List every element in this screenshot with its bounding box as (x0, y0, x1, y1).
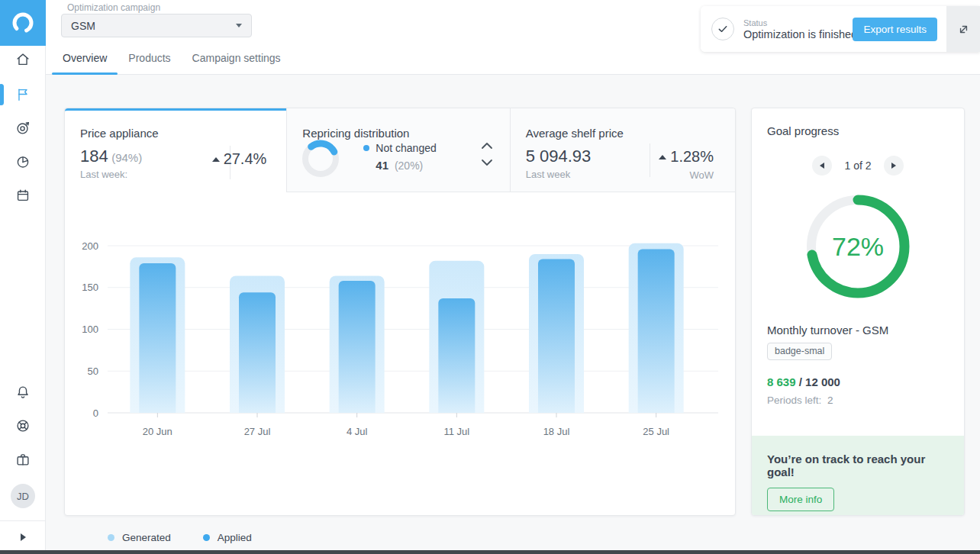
campaign-select-label: Optimization campaign (67, 2, 160, 13)
goal-periods: Periods left: 2 (752, 395, 964, 406)
chevron-up-icon[interactable] (481, 142, 493, 150)
goal-badge: badge-smal (767, 343, 832, 360)
stat-title: Repricing distribution (302, 127, 494, 140)
stat-tab-price-appliance[interactable]: Price appliance 184 (94%) Last week: 27.… (65, 108, 286, 192)
status-panel: Status Optimization is finished! Export … (701, 6, 980, 52)
sidebar-item-campaigns[interactable] (0, 79, 46, 110)
legend-label: Applied (218, 532, 252, 543)
tab-products[interactable]: Products (118, 44, 181, 74)
flag-icon (15, 86, 31, 103)
user-avatar[interactable]: JD (11, 484, 35, 508)
sidebar-item-help[interactable] (0, 411, 46, 441)
svg-text:150: 150 (82, 282, 98, 293)
goal-progress-card: Goal progress 1 of 2 72% Monthly turnove… (751, 108, 965, 516)
pagination-text: 1 of 2 (844, 159, 871, 172)
stat-delta-value: 27.4% (224, 150, 267, 168)
goal-periods-value: 2 (827, 395, 833, 406)
status-message: Optimization is finished! (743, 28, 853, 40)
stat-title: Price appliance (80, 127, 271, 140)
expand-diagonal-icon (956, 22, 971, 37)
legend-percent: (20%) (395, 159, 423, 172)
repricing-legend: Not changed 41 (20%) (363, 142, 478, 172)
goal-target-value: 12 000 (805, 375, 840, 388)
svg-text:100: 100 (82, 324, 98, 335)
bar-chart-svg: 05010015020020 Jun27 Jul4 Jul11 Jul18 Ju… (65, 192, 735, 520)
tab-overview[interactable]: Overview (52, 44, 118, 74)
legend-entry: Not changed (363, 142, 478, 154)
svg-text:4 Jul: 4 Jul (347, 426, 368, 437)
stat-delta: 27.4% (212, 150, 267, 168)
goal-periods-label: Periods left: (767, 395, 821, 406)
goal-metric-title: Monthly turnover - GSM (752, 324, 964, 337)
status-card: Status Optimization is finished! Export … (701, 6, 946, 52)
svg-text:0: 0 (93, 407, 98, 419)
svg-text:25 Jul: 25 Jul (643, 426, 669, 437)
stat-tab-average-shelf-price[interactable]: Average shelf price 5 094.93 Last week 1… (510, 108, 735, 192)
goal-footer: You’re on track to reach your goal! More… (752, 436, 964, 515)
legend-item-generated[interactable]: Generated (108, 532, 171, 543)
header: Optimization campaign GSM Status Optimiz… (46, 0, 980, 75)
svg-text:27 Jul: 27 Jul (244, 426, 271, 437)
help-icon (15, 417, 31, 434)
app-logo[interactable] (0, 0, 46, 46)
tab-label: Products (128, 52, 170, 64)
arrow-up-icon (659, 155, 666, 159)
svg-text:18 Jul: 18 Jul (543, 426, 570, 437)
stat-value: 184 (80, 147, 108, 166)
goal-donut-chart: 72% (801, 189, 915, 304)
bar-chart: 05010015020020 Jun27 Jul4 Jul11 Jul18 Ju… (65, 192, 735, 515)
tab-campaign-settings[interactable]: Campaign settings (182, 44, 292, 74)
campaign-select[interactable]: GSM (61, 14, 252, 37)
stat-title: Average shelf price (526, 127, 720, 140)
goal-current-value: 8 639 (767, 375, 796, 388)
sidebar-item-notifications[interactable] (0, 377, 46, 407)
sidebar-expand-button[interactable] (0, 525, 46, 549)
chart-legend: GeneratedApplied (108, 532, 252, 543)
sidebar-item-home[interactable] (0, 44, 46, 75)
next-goal-button[interactable] (884, 156, 904, 176)
svg-text:200: 200 (82, 240, 98, 252)
calendar-icon (15, 187, 31, 204)
stat-subtitle: Last week: (80, 169, 271, 180)
sidebar-item-goals[interactable] (0, 113, 46, 143)
arrow-up-icon (212, 157, 220, 162)
goal-percent: 72% (801, 189, 915, 304)
more-info-button[interactable]: More info (767, 488, 834, 511)
sidebar-item-analytics[interactable] (0, 147, 46, 177)
legend-label: Generated (122, 532, 171, 543)
stat-value: 5 094.93 (526, 147, 592, 166)
repricing-donut-chart (301, 139, 340, 182)
legend-label: Not changed (376, 142, 436, 154)
legend-item-applied[interactable]: Applied (203, 532, 252, 543)
stat-delta: 1.28% (659, 148, 714, 166)
svg-text:11 Jul: 11 Jul (443, 426, 469, 437)
arrow-left-icon (820, 163, 824, 169)
arrow-right-icon (891, 163, 896, 169)
goal-separator: / (799, 375, 802, 388)
goal-pagination: 1 of 2 (752, 156, 964, 176)
sidebar-item-calendar[interactable] (0, 180, 46, 211)
legend-dot-icon (363, 145, 369, 151)
status-label: Status (743, 18, 853, 27)
svg-text:20 Jun: 20 Jun (143, 426, 172, 437)
stat-tab-repricing-distribution[interactable]: Repricing distribution Not changed (286, 108, 509, 192)
prev-goal-button[interactable] (812, 156, 832, 176)
logo-spinner-icon (10, 10, 36, 36)
tab-label: Overview (63, 52, 107, 64)
sidebar-divider (0, 520, 46, 521)
export-results-button[interactable]: Export results (853, 18, 937, 41)
target-icon (15, 120, 31, 137)
pie-chart-icon (15, 153, 31, 170)
bottom-edge-bar (0, 550, 980, 554)
main-content: Price appliance 184 (94%) Last week: 27.… (46, 75, 980, 550)
divider (650, 143, 650, 177)
pricing-dashboard: JD Optimization campaign GSM Status Opti… (0, 0, 980, 554)
sidebar-item-workspace[interactable] (0, 444, 46, 475)
briefcase-icon (15, 451, 31, 468)
check-circle-icon (711, 18, 734, 40)
expand-button[interactable] (946, 6, 980, 52)
goal-footer-message: You’re on track to reach your goal! (767, 453, 949, 478)
tab-label: Campaign settings (192, 52, 281, 64)
goal-values: 8 639 / 12 000 (752, 375, 964, 388)
chevron-down-icon[interactable] (481, 159, 493, 166)
